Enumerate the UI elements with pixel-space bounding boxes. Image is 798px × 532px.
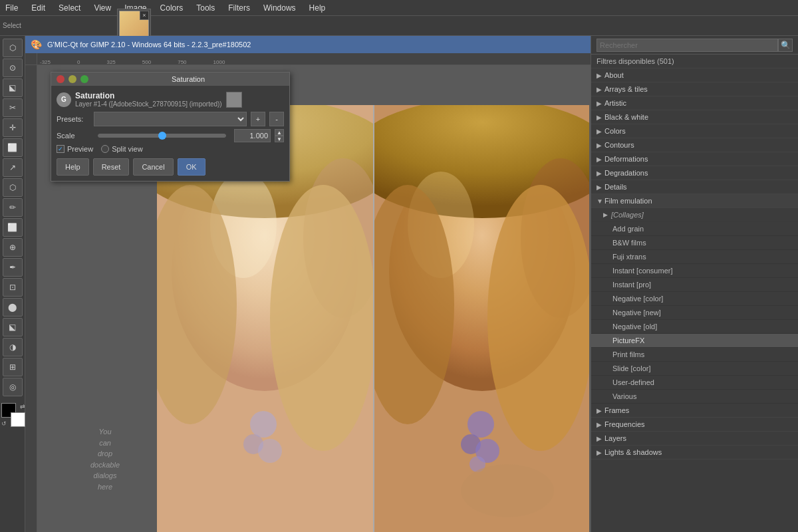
tool-rect[interactable]: ⬜	[3, 138, 23, 157]
menu-help[interactable]: Help	[307, 2, 329, 14]
dialog-close-btn[interactable]	[57, 75, 65, 83]
group-frames[interactable]: ▶ Frames	[591, 404, 798, 418]
filter-instant-pro[interactable]: Instant [pro]	[591, 278, 798, 292]
menu-file[interactable]: File	[3, 2, 21, 14]
tool-cut[interactable]: ✂	[3, 98, 23, 117]
filter-various[interactable]: Various	[591, 390, 798, 404]
tool-paths[interactable]: ◎	[3, 378, 23, 396]
tool-circle[interactable]: ⬤	[3, 298, 23, 317]
group-arrays[interactable]: ▶ Arrays & tiles	[591, 82, 798, 96]
reset-button[interactable]: Reset	[93, 158, 130, 176]
svg-point-9	[258, 439, 282, 463]
ruler-corner	[25, 53, 37, 65]
group-layers[interactable]: ▶ Layers	[591, 432, 798, 446]
group-colors[interactable]: ▶ Colors	[591, 124, 798, 138]
menu-colors[interactable]: Colors	[158, 2, 186, 14]
scale-up-btn[interactable]: ▲	[275, 129, 284, 136]
group-frames-arrow: ▶	[597, 407, 604, 414]
group-frequencies[interactable]: ▶ Frequencies	[591, 418, 798, 432]
dialog-minimize-btn[interactable]	[68, 75, 76, 83]
group-bw-arrow: ▶	[597, 114, 604, 121]
search-icon[interactable]: 🔍	[778, 39, 793, 52]
group-artistic-label: Artistic	[604, 99, 626, 107]
presets-add-btn[interactable]: +	[251, 112, 265, 126]
scale-slider[interactable]	[98, 134, 226, 138]
menu-filters[interactable]: Filters	[225, 2, 253, 14]
filter-negative-color[interactable]: Negative [color]	[591, 292, 798, 306]
preview-checkbox-label[interactable]: Preview	[57, 145, 93, 153]
cancel-button[interactable]: Cancel	[133, 158, 173, 176]
svg-point-15	[487, 185, 589, 451]
tool-crop[interactable]: ⬡	[3, 178, 23, 197]
search-input[interactable]	[597, 39, 778, 52]
tool-select2[interactable]: ⬕	[3, 78, 23, 97]
background-color[interactable]	[11, 412, 25, 427]
filter-user-defined[interactable]: User-defined	[591, 376, 798, 390]
help-button[interactable]: Help	[57, 158, 89, 176]
filter-bw-films[interactable]: B&W films	[591, 236, 798, 250]
filter-add-grain[interactable]: Add grain	[591, 222, 798, 236]
group-deformations[interactable]: ▶ Deformations	[591, 152, 798, 166]
presets-select[interactable]	[94, 112, 247, 126]
search-header: 🔍	[591, 36, 798, 55]
tool-heal[interactable]: ⬕	[3, 318, 23, 336]
ok-button[interactable]: OK	[178, 158, 205, 176]
gimp-logo: G	[57, 92, 71, 107]
menu-view[interactable]: View	[91, 2, 114, 14]
menu-edit[interactable]: Edit	[29, 2, 48, 14]
gmic-titlebar: 🎨 G'MIC-Qt for GIMP 2.10 - Windows 64 bi…	[25, 36, 591, 53]
scale-down-btn[interactable]: ▼	[275, 136, 284, 142]
group-artistic[interactable]: ▶ Artistic	[591, 96, 798, 110]
group-contours-label: Contours	[604, 141, 634, 149]
reset-colors-icon[interactable]: ↺	[1, 420, 7, 427]
dialog-maximize-btn[interactable]	[80, 75, 88, 83]
group-bw[interactable]: ▶ Black & white	[591, 110, 798, 124]
menu-windows[interactable]: Windows	[261, 2, 299, 14]
group-degradations-arrow: ▶	[597, 170, 604, 177]
group-details[interactable]: ▶ Details	[591, 180, 798, 194]
tool-move[interactable]: ✛	[3, 118, 23, 137]
group-film-emulation[interactable]: ▼ Film emulation	[591, 194, 798, 208]
horizontal-ruler: -325 0 325 500 750 1000	[37, 53, 591, 65]
group-details-arrow: ▶	[597, 184, 604, 191]
menu-select[interactable]: Select	[56, 2, 83, 14]
presets-label: Presets:	[57, 115, 90, 123]
toolbox: ⬡ ⊙ ⬕ ✂ ✛ ⬜ ↗ ⬡ ✏ ⬜ ⊕ ✒ ⊡ ⬤ ⬕ ◑ ⊞ ◎ ⇄ ↺	[0, 36, 25, 532]
tool-dodge[interactable]: ◑	[3, 338, 23, 356]
group-film-label: Film emulation	[604, 197, 652, 205]
tool-paint[interactable]: ✒	[3, 258, 23, 277]
group-about[interactable]: ▶ About	[591, 68, 798, 82]
group-frames-label: Frames	[604, 406, 629, 414]
scale-value-input[interactable]	[234, 129, 271, 142]
tool-grid[interactable]: ⊞	[3, 358, 23, 376]
split-view-label[interactable]: Split view	[101, 145, 142, 153]
filter-picturefx[interactable]: PictureFX	[591, 334, 798, 348]
group-lights[interactable]: ▶ Lights & shadows	[591, 446, 798, 460]
group-degradations-label: Degradations	[604, 169, 648, 177]
tool-zoom[interactable]: ⊕	[3, 238, 23, 257]
filter-print-films[interactable]: Print films	[591, 348, 798, 362]
tool-fuzzy[interactable]: ⊙	[3, 59, 23, 77]
group-contours[interactable]: ▶ Contours	[591, 138, 798, 152]
presets-del-btn[interactable]: -	[269, 112, 284, 126]
filter-instant-consumer[interactable]: Instant [consumer]	[591, 264, 798, 278]
tool-new[interactable]: ⬡	[3, 39, 23, 57]
split-view-radio[interactable]	[101, 145, 109, 153]
subgroup-collages[interactable]: ▶ [Collages]	[591, 208, 798, 222]
dialog-titlebar: Saturation	[51, 72, 289, 86]
filter-slide-color[interactable]: Slide [color]	[591, 362, 798, 376]
tool-arrow[interactable]: ↗	[3, 158, 23, 177]
thumbnail-close[interactable]: ×	[140, 11, 149, 20]
filter-fuji-xtrans[interactable]: Fuji xtrans	[591, 250, 798, 264]
tool-pencil[interactable]: ✏	[3, 198, 23, 217]
tool-bucket[interactable]: ⊡	[3, 278, 23, 297]
filter-negative-old[interactable]: Negative [old]	[591, 320, 798, 334]
group-lights-arrow: ▶	[597, 449, 604, 456]
swap-colors-icon[interactable]: ⇄	[20, 403, 25, 410]
preview-checkbox[interactable]	[57, 145, 65, 153]
menu-tools[interactable]: Tools	[194, 2, 217, 14]
tool-eraser[interactable]: ⬜	[3, 218, 23, 237]
color-swatch[interactable]	[226, 92, 242, 108]
filter-negative-new[interactable]: Negative [new]	[591, 306, 798, 320]
group-degradations[interactable]: ▶ Degradations	[591, 166, 798, 180]
